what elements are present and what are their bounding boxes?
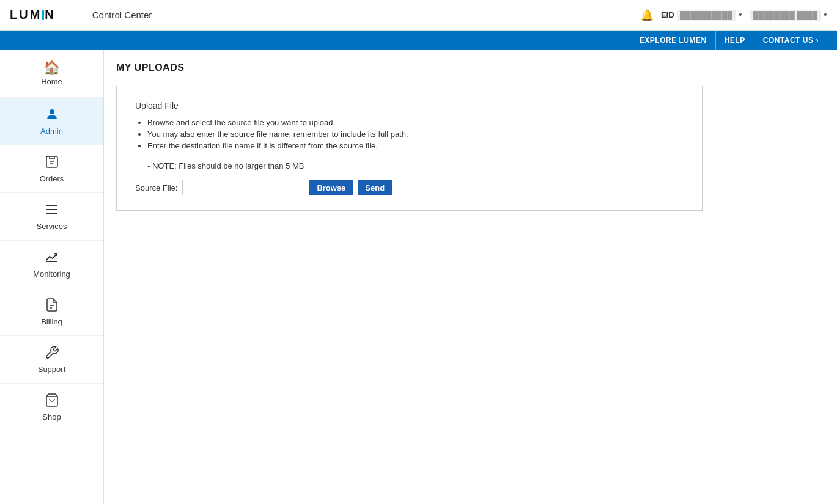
browse-button[interactable]: Browse	[309, 180, 353, 195]
eid-chevron-icon[interactable]: ▾	[739, 11, 742, 19]
support-icon	[45, 345, 59, 362]
home-icon: 🏠	[43, 61, 60, 75]
upload-note: - NOTE: Files should be no larger than 5…	[147, 161, 684, 170]
send-button[interactable]: Send	[358, 180, 392, 195]
lumen-logo: LUMN	[10, 8, 56, 22]
source-file-input[interactable]	[182, 180, 304, 195]
explore-lumen-link[interactable]: EXPLORE LUMEN	[631, 31, 715, 50]
logo-area: LUMN Control Center	[10, 8, 640, 22]
svg-rect-1	[46, 156, 57, 167]
sidebar-label-billing: Billing	[41, 317, 62, 326]
upload-form: Source File: Browse Send	[135, 180, 684, 195]
help-link[interactable]: HELP	[715, 31, 754, 50]
billing-icon	[45, 298, 59, 315]
sidebar-item-support[interactable]: Support	[0, 336, 103, 384]
eid-section: EID ██████████ ▾	[661, 10, 742, 21]
bell-icon[interactable]: 🔔	[640, 9, 654, 22]
monitoring-icon	[45, 250, 59, 267]
sidebar: 🏠 Home Admin Orders	[0, 50, 104, 504]
shop-icon	[45, 393, 59, 410]
sidebar-item-billing[interactable]: Billing	[0, 288, 103, 336]
sidebar-label-admin: Admin	[40, 126, 63, 136]
sidebar-item-services[interactable]: Services	[0, 193, 103, 241]
user-value: ████████ ████	[750, 10, 821, 21]
sidebar-item-orders[interactable]: Orders	[0, 145, 103, 193]
app-title: Control Center	[92, 10, 152, 20]
eid-label: EID	[661, 10, 674, 20]
sidebar-item-home[interactable]: 🏠 Home	[0, 50, 103, 98]
instruction-1: Browse and select the source file you wa…	[147, 118, 684, 127]
sidebar-label-services: Services	[37, 222, 67, 231]
user-section: ████████ ████ ▾	[750, 10, 827, 21]
orders-icon	[45, 155, 59, 172]
sidebar-label-support: Support	[38, 365, 66, 374]
header-right: 🔔 EID ██████████ ▾ ████████ ████ ▾	[640, 9, 827, 22]
sidebar-label-orders: Orders	[40, 174, 64, 183]
services-icon	[45, 202, 59, 219]
upload-heading: Upload File	[135, 101, 684, 111]
content-area: MY UPLOADS Upload File Browse and select…	[104, 50, 837, 504]
upload-instructions: Browse and select the source file you wa…	[135, 118, 684, 150]
instruction-2: You may also enter the source file name;…	[147, 130, 684, 139]
svg-rect-6	[46, 213, 57, 214]
sidebar-item-admin[interactable]: Admin	[0, 98, 103, 145]
user-chevron-icon[interactable]: ▾	[824, 11, 827, 19]
sidebar-item-monitoring[interactable]: Monitoring	[0, 241, 103, 288]
svg-rect-9	[46, 261, 57, 262]
blue-nav-items: EXPLORE LUMEN HELP CONTACT US ›	[631, 31, 827, 50]
sidebar-item-shop[interactable]: Shop	[0, 384, 103, 431]
top-header: LUMN Control Center 🔔 EID ██████████ ▾ █…	[0, 0, 837, 31]
svg-rect-5	[46, 209, 57, 210]
svg-rect-4	[46, 205, 57, 206]
main-layout: 🏠 Home Admin Orders	[0, 50, 837, 504]
sidebar-label-home: Home	[41, 77, 62, 86]
source-file-label: Source File:	[135, 183, 177, 192]
eid-value: ██████████	[677, 10, 736, 21]
admin-icon	[45, 107, 59, 124]
svg-point-0	[50, 109, 54, 114]
page-title: MY UPLOADS	[116, 62, 825, 73]
sidebar-label-monitoring: Monitoring	[33, 269, 70, 279]
sidebar-label-shop: Shop	[42, 412, 61, 422]
upload-box: Upload File Browse and select the source…	[116, 86, 703, 211]
contact-us-link[interactable]: CONTACT US ›	[754, 31, 827, 50]
blue-nav: EXPLORE LUMEN HELP CONTACT US ›	[0, 31, 837, 50]
instruction-3: Enter the destination file name if it is…	[147, 141, 684, 150]
